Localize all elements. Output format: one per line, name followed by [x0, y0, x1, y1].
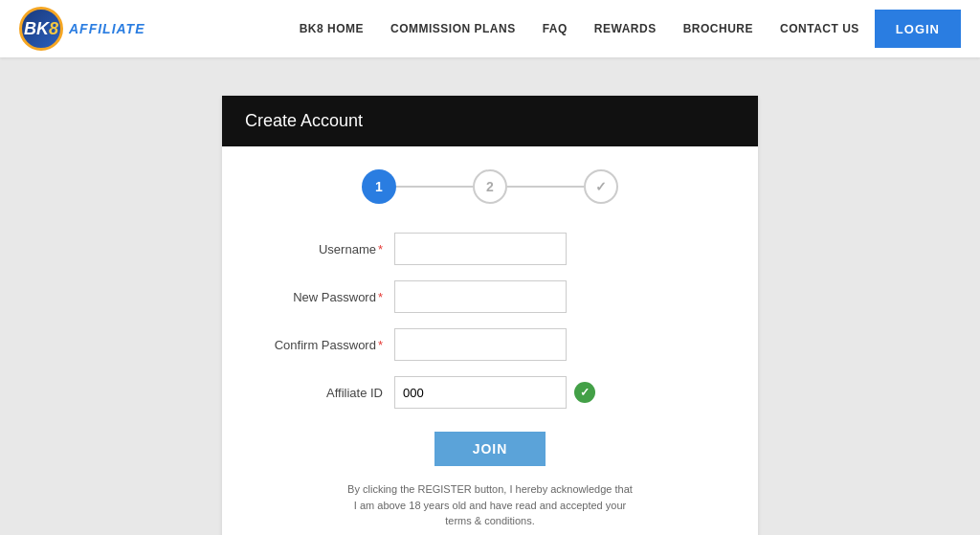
- step-line-1: [396, 186, 473, 188]
- confirm-password-input[interactable]: [394, 328, 567, 361]
- step-2: 2: [473, 169, 507, 204]
- create-account-form: Create Account 1 2 ✓ Username*: [222, 96, 758, 535]
- logo-8-text: 8: [49, 19, 58, 39]
- logo: BK8 AFFILIATE: [19, 7, 145, 51]
- username-required: *: [378, 242, 383, 256]
- logo-affiliate-text: AFFILIATE: [69, 21, 145, 36]
- join-row: JOIN: [260, 432, 720, 466]
- new-password-label: New Password*: [260, 290, 394, 304]
- form-body: Username* New Password* Confirm Password…: [222, 233, 758, 529]
- join-button[interactable]: JOIN: [434, 432, 546, 466]
- nav-commission-plans[interactable]: COMMISSION PLANS: [379, 14, 527, 43]
- new-password-row: New Password*: [260, 280, 720, 313]
- disclaimer-text: By clicking the REGISTER button, I hereb…: [346, 481, 634, 529]
- username-label: Username*: [260, 242, 394, 256]
- main-content: Create Account 1 2 ✓ Username*: [0, 57, 980, 535]
- login-button[interactable]: LOGIN: [875, 10, 961, 48]
- nav-rewards[interactable]: REWARDS: [583, 14, 668, 43]
- step-line-2: [507, 186, 584, 188]
- affiliate-label: Affiliate ID: [260, 386, 394, 400]
- nav-bk8-home[interactable]: BK8 HOME: [288, 14, 375, 43]
- nav-brochure[interactable]: BROCHURE: [672, 14, 765, 43]
- confirm-password-required: *: [378, 338, 383, 352]
- main-nav: BK8 HOME COMMISSION PLANS FAQ REWARDS BR…: [288, 10, 961, 48]
- confirm-password-label: Confirm Password*: [260, 338, 394, 352]
- step-1: 1: [362, 169, 396, 204]
- affiliate-check-icon: ✓: [574, 382, 595, 403]
- username-row: Username*: [260, 233, 720, 265]
- steps-indicator: 1 2 ✓: [222, 169, 758, 204]
- header: BK8 AFFILIATE BK8 HOME COMMISSION PLANS …: [0, 0, 980, 57]
- logo-circle: BK8: [19, 7, 63, 51]
- affiliate-id-input[interactable]: [394, 376, 567, 409]
- logo-bk-text: BK: [24, 19, 49, 39]
- confirm-password-row: Confirm Password*: [260, 328, 720, 361]
- nav-contact-us[interactable]: CONTACT US: [768, 14, 871, 43]
- nav-faq[interactable]: FAQ: [531, 14, 579, 43]
- new-password-required: *: [378, 290, 383, 304]
- form-title: Create Account: [222, 96, 758, 146]
- step-3: ✓: [584, 169, 618, 204]
- affiliate-row: Affiliate ID ✓: [260, 376, 720, 409]
- username-input[interactable]: [394, 233, 567, 265]
- new-password-input[interactable]: [394, 280, 567, 313]
